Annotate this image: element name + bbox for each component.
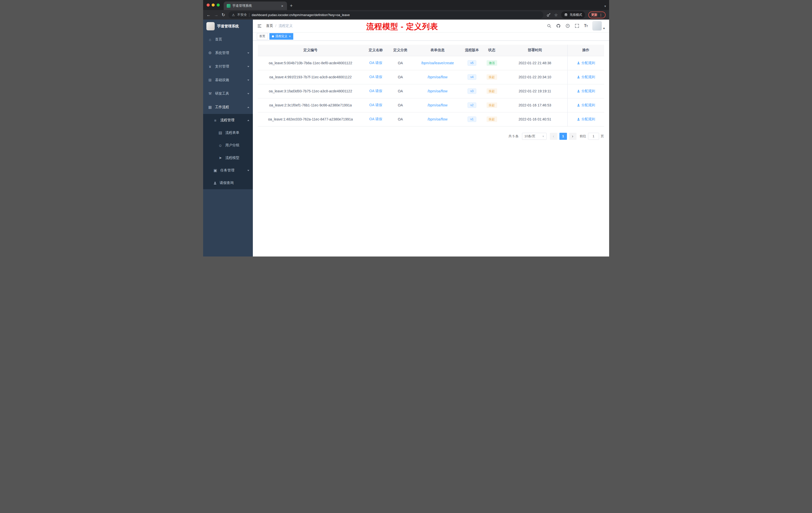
zoom-window-button[interactable] (217, 3, 220, 6)
table-row: oa_leave:2:3c1f0ef1-76b1-11ec-9c66-a2380… (258, 98, 604, 112)
col-deploy-time: 部署时间 (502, 45, 568, 56)
definition-id: oa_leave:2:3c1f0ef1-76b1-11ec-9c66-a2380… (258, 98, 363, 112)
active-dot-icon (272, 35, 274, 37)
assign-rule-link[interactable]: 分配规则 (577, 61, 595, 65)
tag-home[interactable]: 首页 (257, 33, 268, 40)
avatar[interactable] (592, 21, 602, 31)
sidebar-item-user-group[interactable]: ☺ 用户分组 (203, 139, 253, 152)
assign-rule-link[interactable]: 分配规则 (577, 89, 595, 93)
chevron-down-icon (247, 93, 249, 94)
form-link[interactable]: /bpm/oa/flow (428, 75, 447, 79)
tab-close-icon[interactable]: × (281, 4, 284, 8)
sidebar-item-infrastructure[interactable]: ⊞ 基础设施 (203, 73, 253, 87)
select-caret-icon: ▾ (542, 134, 544, 138)
user-icon (577, 61, 580, 65)
sidebar-item-process-management[interactable]: ≡ 流程管理 (203, 114, 253, 126)
sidebar-item-home[interactable]: ⌂ 首页 (203, 33, 253, 46)
user-menu[interactable]: ▾ (592, 21, 605, 31)
tab-search-chevron-icon[interactable]: ▾ (604, 4, 606, 8)
version-badge: v2 (467, 102, 476, 108)
back-button[interactable]: ← (207, 13, 211, 17)
form-link[interactable]: /bpm/oa/flow (428, 89, 447, 93)
help-icon[interactable]: ? (566, 24, 570, 28)
top-navbar: 首页 / 流程定义 流程模型 - 定义列表 ? TT ▾ (253, 20, 609, 32)
definition-name-link[interactable]: OA 请假 (369, 103, 382, 107)
chevron-down-icon (247, 53, 249, 54)
assign-rule-link[interactable]: 分配规则 (577, 117, 595, 121)
sidebar-item-task-management[interactable]: ▣ 任务管理 (203, 164, 253, 177)
security-label: 不安全 (237, 12, 247, 17)
url-text[interactable]: dashboard.yudao.iocoder.cn/bpm/manager/d… (252, 13, 350, 17)
col-actions: 操作 (568, 45, 604, 56)
github-icon[interactable] (556, 24, 561, 28)
chevron-up-icon (247, 120, 249, 121)
sidebar-item-process-form[interactable]: ▤ 流程表单 (203, 126, 253, 139)
definition-category: OA (388, 70, 412, 84)
definition-name-link[interactable]: OA 请假 (369, 61, 382, 65)
deploy-time: 2022-01-22 19:19:11 (502, 84, 568, 98)
deploy-time: 2022-01-22 21:48:38 (502, 56, 568, 70)
next-page-button[interactable]: › (569, 133, 577, 140)
sidebar-item-process-model[interactable]: ➤ 流程模型 (203, 152, 253, 164)
app-title: 芋道管理系统 (217, 24, 239, 29)
update-button[interactable]: 更新 ⋮ (588, 11, 606, 18)
assign-rule-link[interactable]: 分配规则 (577, 75, 595, 79)
menu-dots-icon[interactable]: ⋮ (599, 13, 603, 17)
table-row: oa_leave:1:482ec033-762a-11ec-8477-a2380… (258, 112, 604, 126)
form-link[interactable]: /bpm/oa/flow (428, 117, 447, 121)
breadcrumb: 首页 / 流程定义 (266, 24, 293, 28)
assign-rule-link[interactable]: 分配规则 (577, 103, 595, 108)
font-size-icon[interactable]: TT (584, 24, 588, 28)
minimize-window-button[interactable] (212, 3, 215, 6)
close-icon[interactable]: × (289, 35, 291, 38)
browser-tab[interactable]: 芋道管理系统 × (224, 1, 287, 10)
reload-button[interactable]: ↻ (222, 13, 225, 17)
bookmark-star-icon[interactable]: ☆ (554, 12, 558, 17)
hamburger-icon[interactable] (257, 24, 262, 28)
fullscreen-icon[interactable] (575, 24, 579, 28)
group-icon: ☺ (218, 143, 223, 148)
password-key-icon[interactable] (547, 13, 551, 17)
page-size-select[interactable]: 10条/页 ▾ (522, 133, 547, 140)
sidebar-logo: 芋道管理系统 (203, 20, 253, 33)
definition-name-link[interactable]: OA 请假 (369, 117, 382, 121)
new-tab-button[interactable]: + (290, 3, 293, 8)
definition-category: OA (388, 98, 412, 112)
current-page-button[interactable]: 1 (559, 133, 567, 140)
page-annotation: 流程模型 - 定义列表 (366, 21, 438, 32)
infra-icon: ⊞ (208, 78, 212, 82)
process-icon: ≡ (213, 118, 218, 122)
sidebar-item-system[interactable]: ⚙ 系统管理 (203, 46, 253, 60)
address-bar[interactable]: ⚠ 不安全 dashboard.yudao.iocoder.cn/bpm/man… (229, 11, 543, 19)
tools-icon: ⚒ (208, 91, 212, 96)
definition-table: 定义编号 定义名称 定义分类 表单信息 流程版本 状态 部署时间 操作 oa_l (258, 45, 604, 126)
form-link[interactable]: /bpm/oa/flow (428, 103, 447, 107)
col-status: 状态 (481, 45, 502, 56)
status-badge: 挂起 (487, 102, 497, 108)
security-warning-icon[interactable]: ⚠ (232, 13, 235, 17)
user-icon (577, 75, 580, 79)
forward-button[interactable]: → (214, 13, 219, 17)
user-icon (577, 103, 580, 107)
tab-favicon (227, 4, 231, 8)
sidebar-item-payment[interactable]: ¥ 支付管理 (203, 60, 253, 73)
definition-name-link[interactable]: OA 请假 (369, 75, 382, 79)
sidebar-item-workflow[interactable]: ▦ 工作流程 (203, 100, 253, 114)
goto-page-input[interactable] (588, 133, 599, 140)
chevron-up-icon (247, 107, 249, 108)
chevron-down-icon (247, 170, 249, 171)
form-link[interactable]: /bpm/oa/leave/create (421, 61, 454, 65)
prev-page-button[interactable]: ‹ (550, 133, 557, 140)
browser-window: 芋道管理系统 × + ▾ ← → ↻ ⚠ 不安全 dashboard.yudao… (203, 0, 609, 256)
task-icon: ▣ (213, 168, 218, 173)
search-icon[interactable] (547, 24, 551, 28)
sidebar-item-leave-query[interactable]: 请假查询 (203, 177, 253, 189)
breadcrumb-home[interactable]: 首页 (266, 24, 273, 28)
sidebar-item-devtools[interactable]: ⚒ 研发工具 (203, 87, 253, 100)
col-process-version: 流程版本 (463, 45, 481, 56)
definition-name-link[interactable]: OA 请假 (369, 89, 382, 93)
col-definition-id: 定义编号 (258, 45, 363, 56)
breadcrumb-current: 流程定义 (279, 24, 292, 28)
close-window-button[interactable] (207, 3, 210, 6)
tag-process-definition[interactable]: 流程定义 × (269, 33, 293, 40)
